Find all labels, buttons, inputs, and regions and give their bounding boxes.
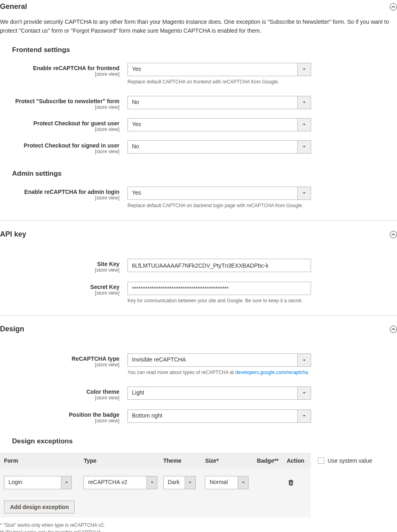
dropdown-icon[interactable] xyxy=(297,141,311,153)
select-color-theme[interactable]: Light xyxy=(127,387,311,400)
select-value: No xyxy=(128,96,297,109)
dropdown-icon[interactable] xyxy=(297,118,311,131)
admin-settings-title: Admin settings xyxy=(0,170,397,178)
use-system-value-row: Use system value xyxy=(311,453,372,464)
scope-label: [store view] xyxy=(0,418,119,424)
select-value: Login xyxy=(4,476,61,489)
dropdown-icon[interactable] xyxy=(185,476,195,489)
select-protect-checkout-signed[interactable]: No xyxy=(127,140,311,154)
select-value: Yes xyxy=(128,118,297,131)
field-color-theme: Color theme [store view] Light xyxy=(0,387,397,401)
field-enable-frontend: Enable reCAPTCHA for frontend [store vie… xyxy=(0,63,397,85)
general-title: General xyxy=(0,2,27,11)
select-value: Invisible reCAPTCHA xyxy=(128,354,297,366)
label-color-theme: Color theme xyxy=(0,389,119,395)
design-section-header[interactable]: Design xyxy=(0,316,397,336)
select-exception-form[interactable]: Login xyxy=(4,476,72,489)
add-design-exception-button[interactable]: Add design exception xyxy=(4,501,75,513)
th-form: Form xyxy=(4,457,84,464)
scope-label: [store view] xyxy=(0,104,119,110)
collapse-up-icon[interactable] xyxy=(390,231,397,238)
th-theme: Theme xyxy=(163,457,205,464)
select-value: Bottom right xyxy=(128,410,297,422)
general-section-header[interactable]: General xyxy=(0,0,397,13)
field-enable-admin: Enable reCAPTCHA for admin login [store … xyxy=(0,187,397,209)
select-exception-size[interactable]: Normal xyxy=(205,476,249,489)
input-site-key[interactable] xyxy=(127,259,311,272)
field-protect-checkout-guest: Protect Checkout for guest user [store v… xyxy=(0,118,397,132)
api-section-header[interactable]: API key xyxy=(0,220,397,241)
api-title: API key xyxy=(0,230,26,239)
footnotes: * "Size" works only when type is reCAPTC… xyxy=(0,522,397,532)
field-protect-checkout-signed: Protect Checkout for signed in user [sto… xyxy=(0,140,397,154)
scope-label: [store view] xyxy=(0,267,119,273)
th-action: Action xyxy=(287,457,307,464)
select-value: Dark xyxy=(164,476,185,489)
label-protect-newsletter: Protect "Subscribe to newsletter" form xyxy=(0,98,119,104)
dropdown-icon[interactable] xyxy=(297,63,311,76)
field-secret-key: Secret Key [store view] Key for communic… xyxy=(0,282,397,304)
th-size: Size* xyxy=(205,457,257,464)
collapse-up-icon[interactable] xyxy=(390,326,397,333)
table-header-row: Form Type Theme Size* Badge** Action xyxy=(0,453,311,469)
field-site-key: Site Key [store view] xyxy=(0,259,397,273)
dropdown-icon[interactable] xyxy=(146,476,157,489)
select-value: Light xyxy=(128,387,297,399)
note-enable-admin: Replace default CAPTCHA on backend login… xyxy=(127,202,311,209)
footnote-badge: ** "Badge" works only for invisible reCA… xyxy=(0,529,397,532)
table-row: Login reCAPTCHA v2 Dark xyxy=(0,469,311,497)
dropdown-icon[interactable] xyxy=(297,410,311,422)
dropdown-icon[interactable] xyxy=(238,476,248,489)
select-exception-type[interactable]: reCAPTCHA v2 xyxy=(84,476,157,489)
design-exceptions-table: Form Type Theme Size* Badge** Action Log… xyxy=(0,453,311,517)
label-position-badge: Position the badge xyxy=(0,411,119,418)
general-description: We don't provide security CAPTCHA to any… xyxy=(0,13,397,46)
select-value: Normal xyxy=(205,476,238,489)
dropdown-icon[interactable] xyxy=(297,187,311,200)
select-protect-checkout-guest[interactable]: Yes xyxy=(127,118,311,131)
select-value: No xyxy=(128,141,297,153)
design-title: Design xyxy=(0,325,24,333)
label-protect-checkout-signed: Protect Checkout for signed in user xyxy=(0,142,119,149)
th-type: Type xyxy=(84,457,163,464)
label-enable-admin: Enable reCAPTCHA for admin login xyxy=(0,189,119,195)
label-secret-key: Secret Key xyxy=(0,284,119,290)
select-exception-theme[interactable]: Dark xyxy=(163,476,196,489)
th-badge: Badge** xyxy=(257,457,287,464)
select-value: Yes xyxy=(128,187,297,200)
field-protect-newsletter: Protect "Subscribe to newsletter" form [… xyxy=(0,96,397,110)
label-site-key: Site Key xyxy=(0,261,119,267)
input-secret-key[interactable] xyxy=(127,282,311,295)
scope-label: [store view] xyxy=(0,290,119,296)
footnote-size: * "Size" works only when type is reCAPTC… xyxy=(0,522,397,529)
collapse-up-icon[interactable] xyxy=(390,3,397,10)
dropdown-icon[interactable] xyxy=(61,476,71,489)
scope-label: [store view] xyxy=(0,195,119,201)
scope-label: [store view] xyxy=(0,395,119,401)
scope-label: [store view] xyxy=(0,127,119,132)
select-position-badge[interactable]: Bottom right xyxy=(127,409,311,423)
label-recaptcha-type: ReCAPTCHA type xyxy=(0,355,119,362)
recaptcha-docs-link[interactable]: developers.google.com/recaptcha xyxy=(235,370,308,375)
use-system-value-checkbox[interactable] xyxy=(318,457,324,464)
note-secret-key: Key for communication between your site … xyxy=(127,297,311,304)
field-recaptcha-type: ReCAPTCHA type [store view] Invisible re… xyxy=(0,353,397,376)
label-enable-frontend: Enable reCAPTCHA for frontend xyxy=(0,65,119,71)
note-enable-frontend: Replace default CAPTCHA on frontend with… xyxy=(127,79,311,85)
use-system-value-label: Use system value xyxy=(328,457,372,464)
select-protect-newsletter[interactable]: No xyxy=(127,96,311,109)
trash-icon[interactable] xyxy=(287,478,295,486)
label-protect-checkout-guest: Protect Checkout for guest user xyxy=(0,120,119,127)
note-recaptcha-type: You can read more about types of reCAPTC… xyxy=(127,369,311,376)
dropdown-icon[interactable] xyxy=(297,354,311,366)
design-exceptions-title: Design exceptions xyxy=(0,437,397,445)
select-recaptcha-type[interactable]: Invisible reCAPTCHA xyxy=(127,353,311,367)
select-enable-admin[interactable]: Yes xyxy=(127,187,311,200)
select-enable-frontend[interactable]: Yes xyxy=(127,63,311,76)
frontend-settings-title: Frontend settings xyxy=(0,46,397,54)
scope-label: [store view] xyxy=(0,149,119,154)
dropdown-icon[interactable] xyxy=(297,96,311,109)
dropdown-icon[interactable] xyxy=(297,387,311,399)
scope-label: [store view] xyxy=(0,71,119,77)
select-value: Yes xyxy=(128,63,297,76)
